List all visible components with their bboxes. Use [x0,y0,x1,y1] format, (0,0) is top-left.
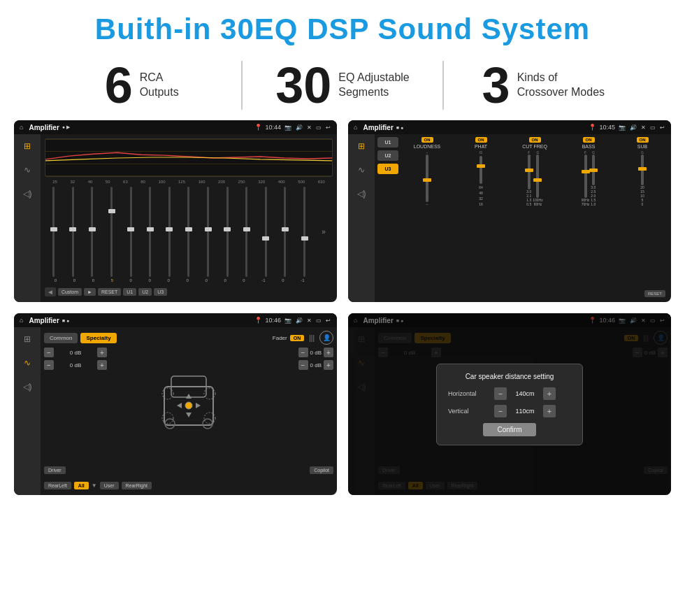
eq-icon-x: ✕ [307,124,312,131]
cross-spk-sidebar-icon[interactable]: ◁) [354,186,369,201]
sub-label: SUB [637,144,647,149]
svg-marker-7 [177,403,182,408]
horizontal-plus-button[interactable]: + [543,387,556,400]
cross-wave-icon[interactable]: ∿ [354,162,369,178]
fader-plus-4[interactable]: + [324,360,333,370]
fader-main-area: Common Specialty Fader ON ||| 👤 − 0 dB + [41,327,337,495]
eq-sidebar-eq-icon[interactable]: ⊞ [20,138,35,154]
fader-plus-2[interactable]: + [97,360,107,370]
eq-slider-5[interactable] [122,187,140,277]
fader-copilot-button[interactable]: Copilot [310,466,333,474]
dialog-vertical-row: Vertical − 110cm + [448,405,571,417]
eq-slider-1[interactable] [45,187,63,277]
fader-db-row-3: − 0 dB + [298,348,333,357]
fader-plus-1[interactable]: + [97,348,107,357]
fader-settings-icon[interactable]: 👤 [319,331,333,345]
cross-u1-btn[interactable]: U1 [377,137,398,148]
cross-time: 10:45 [599,124,615,131]
fader-loc-icon: 📍 [254,317,262,324]
eq-u3-button[interactable]: U3 [154,288,167,296]
eq-more-icon[interactable]: » [315,187,333,277]
confirm-button[interactable]: Confirm [483,423,535,436]
fader-sidebar: ⊞ ∿ ◁) [14,327,41,495]
eq-status-bar: ⌂ Amplifier ● ▶ 📍 10:44 📷 🔊 ✕ ▭ ↩ [14,120,337,134]
stats-row: 6 RCA Outputs 30 EQ Adjustable Segments … [0,53,685,120]
eq-slider-2[interactable] [64,187,82,277]
fader-car-diagram [111,348,266,461]
eq-prev-button[interactable]: ◄ [45,287,56,296]
eq-slider-11[interactable] [238,187,256,277]
eq-u2-button[interactable]: U2 [138,288,152,296]
fader-label: Fader [273,335,287,341]
stat-text-eq: EQ Adjustable Segments [338,71,409,100]
cross-sidebar: ⊞ ∿ ◁) [348,134,375,302]
eq-slider-10[interactable] [218,187,236,277]
cross-eq-icon[interactable]: ⊞ [354,138,369,154]
eq-sidebar-wave-icon[interactable]: ∿ [20,162,35,178]
fader-body: − 0 dB + − 0 dB + [44,348,333,461]
fader-common-tab[interactable]: Common [44,333,78,343]
fader-x-icon: ✕ [307,317,312,324]
screenshots-grid: ⌂ Amplifier ● ▶ 📍 10:44 📷 🔊 ✕ ▭ ↩ ⊞ ∿ ◁) [0,120,685,502]
eq-slider-8[interactable] [180,187,198,277]
eq-main-area: 2532405063 80100125160200 25032040050063… [41,134,337,302]
fader-user-button[interactable]: User [100,482,119,489]
loudness-on-badge: ON [421,137,433,143]
eq-slider-7[interactable] [161,187,179,277]
eq-sidebar-speaker-icon[interactable]: ◁) [20,186,35,201]
cross-reset-button[interactable]: RESET [644,290,665,297]
main-title: Buith-in 30EQ DSP Sound System [14,13,671,46]
eq-slider-9[interactable] [199,187,217,277]
distance-dialog: Car speaker distance setting Horizontal … [436,364,583,445]
vertical-minus-button[interactable]: − [494,405,507,417]
fader-back-icon: ↩ [326,317,331,324]
loudness-label: LOUDNESS [414,144,441,149]
fader-top-row: Common Specialty Fader ON ||| 👤 [44,331,333,345]
fader-db-value-3: 0 dB [310,350,322,356]
horizontal-minus-button[interactable]: − [494,387,507,400]
fader-plus-3[interactable]: + [324,348,333,357]
cross-rect-icon: ▭ [650,124,656,131]
eq-play-button[interactable]: ► [84,288,96,296]
vertical-plus-button[interactable]: + [543,405,556,417]
vertical-value: 110cm [511,408,539,415]
fader-driver-button[interactable]: Driver [44,466,66,474]
fader-minus-3[interactable]: − [298,348,308,357]
fader-status-dots: ■ ● [62,318,69,323]
screen-eq: ⌂ Amplifier ● ▶ 📍 10:44 📷 🔊 ✕ ▭ ↩ ⊞ ∿ ◁) [14,120,337,302]
fader-spk-sidebar-icon[interactable]: ◁) [20,379,35,394]
eq-custom-button[interactable]: Custom [58,288,82,296]
fader-minus-2[interactable]: − [44,360,54,370]
speaker-icon: 🔊 [296,124,303,131]
fader-eq-icon[interactable]: ⊞ [20,331,35,347]
fader-wave-icon[interactable]: ∿ [20,355,35,371]
cross-cutfreq-col: ON CUT FREQ F 3.0 2.1 1.3 0.5 [509,137,561,299]
cross-u3-btn[interactable]: U3 [377,164,398,174]
cross-bass-col: ON BASS F 90Hz 70Hz G [563,137,614,299]
eq-app-title: Amplifier [29,124,59,131]
eq-slider-14[interactable] [296,187,314,277]
eq-time: 10:44 [265,124,281,131]
eq-slider-4[interactable] [103,187,121,277]
stat-number-eq: 30 [275,60,331,110]
eq-u1-button[interactable]: U1 [123,288,136,296]
fader-minus-1[interactable]: − [44,348,54,357]
eq-sliders-area: » 0 0 0 5 0 0 0 0 0 0 0 [45,187,333,282]
phat-label: PHAT [475,144,487,149]
eq-slider-13[interactable] [276,187,294,277]
eq-reset-button[interactable]: RESET [98,288,121,296]
fader-specialty-tab[interactable]: Specialty [80,333,116,343]
cross-spk-icon: 🔊 [630,124,637,131]
fader-all-button[interactable]: All [74,482,89,489]
eq-icon-rect: ▭ [316,124,322,131]
fader-rearleft-button[interactable]: RearLeft [44,482,71,489]
eq-slider-6[interactable] [141,187,159,277]
cross-main-area: U1 U2 U3 ON LOUDNESS ~ ~ [375,134,671,302]
fader-minus-4[interactable]: − [298,360,308,370]
cutfreq-on-badge: ON [529,137,541,143]
fader-right-controls: − 0 dB + − 0 dB + [271,348,333,461]
fader-rearright-button[interactable]: RearRight [122,482,152,489]
eq-slider-3[interactable] [83,187,101,277]
eq-slider-12[interactable] [257,187,275,277]
cross-u2-btn[interactable]: U2 [377,150,398,161]
